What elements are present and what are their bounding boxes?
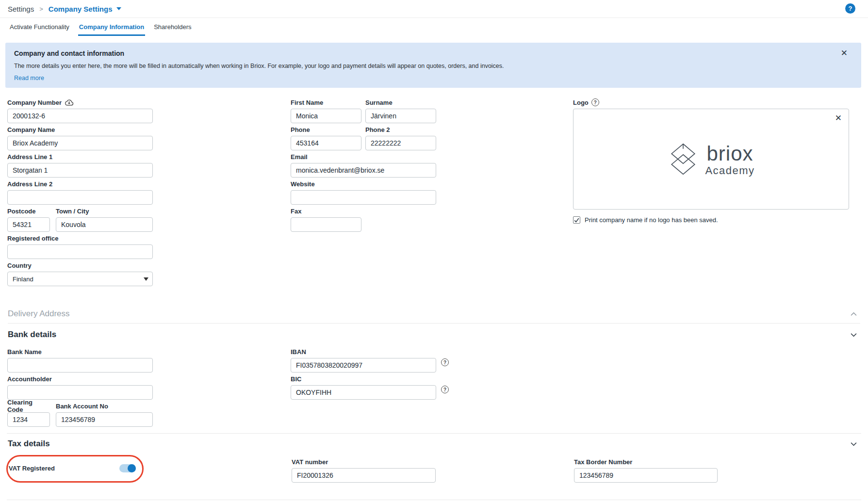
tax-border-number-label: Tax Border Number: [574, 458, 718, 466]
logo-label: Logo ?: [573, 98, 849, 106]
print-company-name-checkbox[interactable]: [573, 216, 580, 224]
accountholder-input[interactable]: [7, 385, 153, 400]
country-label: Country: [7, 261, 153, 269]
first-name-label: First Name: [291, 98, 361, 106]
surname-input[interactable]: [365, 109, 436, 123]
fax-input[interactable]: [291, 217, 361, 232]
clearing-code-input[interactable]: [7, 412, 50, 427]
chevron-down-icon[interactable]: [847, 441, 860, 447]
bic-help-icon[interactable]: ?: [441, 386, 449, 393]
fax-label: Fax: [291, 207, 436, 215]
town-city-input[interactable]: [56, 217, 153, 232]
toggle-knob: [128, 464, 136, 472]
phone-input[interactable]: [291, 136, 361, 150]
bank-right-column: IBAN ? BIC ?: [291, 348, 436, 402]
read-more-link[interactable]: Read more: [14, 75, 44, 81]
country-select[interactable]: Finland: [7, 272, 153, 286]
email-label: Email: [291, 153, 436, 161]
vat-registered-toggle[interactable]: [119, 464, 136, 472]
tab-shareholders[interactable]: Shareholders: [153, 18, 192, 36]
checkmark-icon: [573, 217, 580, 223]
iban-input[interactable]: [291, 358, 436, 373]
tax-border-number-input[interactable]: [574, 468, 718, 483]
company-form: Company Number Company Name Address: [0, 98, 868, 287]
briox-cube-icon: [667, 141, 699, 176]
phone-label: Phone: [291, 126, 361, 133]
print-company-name-label: Print company name if no logo has been s…: [585, 216, 718, 224]
chevron-up-icon[interactable]: [847, 311, 860, 317]
company-settings-page: Settings > Company Settings ? Activate F…: [0, 0, 868, 503]
breadcrumb-separator: >: [39, 5, 43, 13]
bank-details-form: Bank Name Accountholder Clearing Code Ba…: [0, 348, 868, 424]
breadcrumb-settings[interactable]: Settings: [8, 5, 34, 13]
iban-help-icon[interactable]: ?: [441, 358, 449, 366]
tab-bar: Activate Functionality Company Informati…: [0, 18, 868, 36]
address-line-2-input[interactable]: [7, 190, 153, 205]
logo-preview: ✕ briox Academy: [573, 109, 849, 210]
vat-number-label: VAT number: [292, 458, 436, 466]
address-line-1-input[interactable]: [7, 163, 153, 178]
bank-name-label: Bank Name: [7, 348, 153, 356]
phone2-input[interactable]: [365, 136, 436, 150]
tax-details-section-header[interactable]: Tax details: [8, 439, 860, 449]
breadcrumb-current-label: Company Settings: [49, 5, 113, 13]
tab-company-information[interactable]: Company Information: [78, 18, 145, 36]
bank-left-column: Bank Name Accountholder Clearing Code Ba…: [7, 348, 153, 429]
tax-border-number-field: Tax Border Number: [574, 458, 718, 483]
logo-column: Logo ? ✕ briox Academy: [573, 98, 849, 224]
company-number-input[interactable]: [7, 109, 153, 123]
address-line-1-label: Address Line 1: [7, 153, 153, 161]
bank-account-no-input[interactable]: [56, 412, 153, 427]
tax-details-form: VAT Registered VAT number Tax Border Num…: [0, 451, 868, 489]
remove-logo-icon[interactable]: ✕: [835, 113, 842, 123]
chevron-down-icon[interactable]: [847, 332, 860, 338]
phone2-label: Phone 2: [365, 126, 436, 133]
banner-body: The more details you enter here, the mor…: [14, 63, 852, 69]
email-input[interactable]: [291, 163, 436, 178]
help-icon[interactable]: ?: [845, 3, 855, 14]
logo-help-icon[interactable]: ?: [591, 98, 599, 106]
first-name-input[interactable]: [291, 109, 361, 123]
select-caret-icon: [144, 277, 148, 281]
accountholder-label: Accountholder: [7, 375, 153, 383]
section-divider: [7, 433, 861, 434]
website-input[interactable]: [291, 190, 436, 205]
print-company-name-option: Print company name if no logo has been s…: [573, 216, 849, 224]
vat-registered-row: VAT Registered: [9, 464, 136, 472]
company-name-input[interactable]: [7, 136, 153, 150]
surname-label: Surname: [365, 98, 436, 106]
topbar: Settings > Company Settings ?: [0, 0, 868, 18]
chevron-down-icon: [116, 7, 121, 10]
vat-registered-label: VAT Registered: [9, 465, 55, 472]
registered-office-label: Registered office: [7, 234, 153, 242]
bank-name-input[interactable]: [7, 358, 153, 373]
delivery-address-section-header[interactable]: Delivery Address: [8, 309, 860, 324]
delivery-address-title: Delivery Address: [8, 309, 70, 319]
country-selected-value: Finland: [7, 272, 153, 286]
postcode-input[interactable]: [7, 217, 50, 232]
tab-activate-functionality[interactable]: Activate Functionality: [9, 18, 70, 36]
bic-label: BIC: [291, 375, 436, 383]
postcode-label: Postcode: [7, 207, 50, 215]
vat-number-input[interactable]: [292, 468, 436, 483]
company-name-label: Company Name: [7, 126, 153, 133]
vat-number-field: VAT number: [292, 458, 436, 483]
clearing-code-label: Clearing Code: [7, 402, 50, 410]
cloud-download-icon[interactable]: [65, 99, 74, 106]
company-number-label: Company Number: [7, 98, 153, 106]
tax-details-title: Tax details: [8, 439, 50, 449]
bank-details-section-header[interactable]: Bank details: [8, 330, 860, 340]
iban-label: IBAN: [291, 348, 436, 356]
website-label: Website: [291, 180, 436, 188]
bic-input[interactable]: [291, 385, 436, 400]
contact-column: First Name Surname Phone Phone 2: [291, 98, 436, 234]
registered-office-input[interactable]: [7, 244, 153, 259]
close-icon[interactable]: ✕: [841, 48, 848, 58]
breadcrumb-company-settings[interactable]: Company Settings: [49, 5, 122, 13]
bottom-divider: [7, 500, 861, 500]
bank-account-no-label: Bank Account No: [56, 402, 153, 410]
bank-details-title: Bank details: [8, 330, 56, 340]
briox-academy-logo: briox Academy: [667, 141, 754, 177]
address-line-2-label: Address Line 2: [7, 180, 153, 188]
company-column: Company Number Company Name Address: [7, 98, 153, 289]
